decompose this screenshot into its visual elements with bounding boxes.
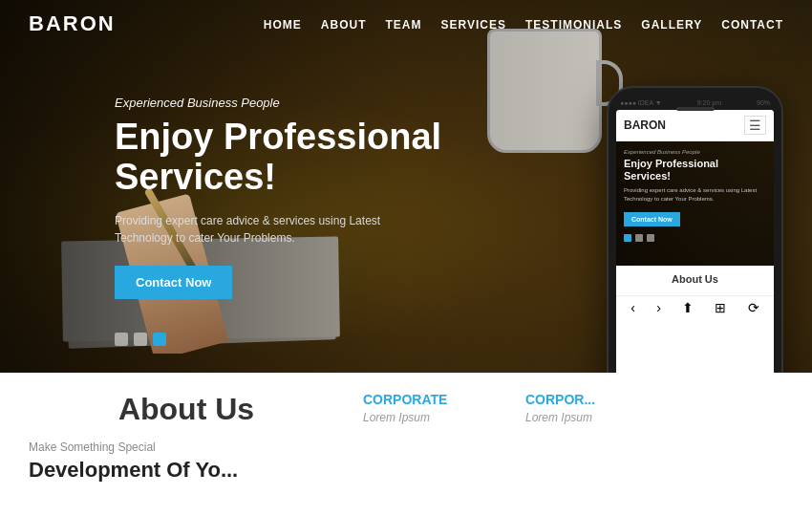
phone-dot-2[interactable] xyxy=(635,234,643,242)
nav-gallery[interactable]: GALLERY xyxy=(641,18,702,32)
corporate-2-title: CORPOR... xyxy=(525,392,669,407)
nav-contact[interactable]: CONTACT xyxy=(721,18,783,32)
slider-dot-1[interactable] xyxy=(115,333,128,346)
bottom-section: About Us Make Something Special Developm… xyxy=(0,373,812,516)
phone-dot-3[interactable] xyxy=(647,234,654,242)
nav-links: HOME ABOUT TEAM SERVICES TESTIMONIALS GA… xyxy=(264,15,783,32)
about-subtitle: Make Something Special xyxy=(29,441,344,454)
phone-hero: Experienced Business People Enjoy Profes… xyxy=(616,141,774,266)
phone-speaker xyxy=(676,107,715,111)
phone-carrier: ●●●● IDEA ▼ xyxy=(620,99,662,106)
about-us-heading: About Us xyxy=(29,392,344,427)
hero-subtitle: Experienced Business People xyxy=(115,96,468,110)
phone-screen: BARON ☰ Experienced Business People Enjo… xyxy=(616,110,774,373)
phone-hero-subtitle: Experienced Business People xyxy=(624,149,766,155)
phone-dot-1[interactable] xyxy=(624,234,631,242)
corporate-1-title: CORPORATE xyxy=(363,392,506,407)
slider-dot-2[interactable] xyxy=(134,333,147,346)
phone-cta-button[interactable]: Contact Now xyxy=(624,212,680,226)
nav-home[interactable]: HOME xyxy=(264,18,302,32)
hero-cta-button[interactable]: Contact Now xyxy=(115,266,232,299)
phone-slider-dots xyxy=(624,234,766,242)
slider-dot-3[interactable] xyxy=(153,333,166,346)
corporate-col-2: CORPOR... Lorem Ipsum xyxy=(506,392,669,424)
corporate-2-subtitle: Lorem Ipsum xyxy=(525,411,669,424)
nav-services[interactable]: SERVICES xyxy=(441,18,506,32)
hero-description: Providing expert care advice & services … xyxy=(115,212,382,247)
phone-tabs-icon[interactable]: ⊞ xyxy=(715,300,726,315)
hero-content: Experienced Business People Enjoy Profes… xyxy=(115,96,468,299)
phone-navbar: BARON ☰ xyxy=(616,110,774,141)
corporate-col-1: CORPORATE Lorem Ipsum xyxy=(344,392,506,424)
phone-share-icon[interactable]: ⬆ xyxy=(682,300,694,315)
navbar: BARON HOME ABOUT TEAM SERVICES TESTIMONI… xyxy=(0,0,812,48)
corporate-1-subtitle: Lorem Ipsum xyxy=(363,411,506,424)
about-dev-heading: Development Of Yo... xyxy=(29,458,344,483)
phone-hero-description: Providing expert care advice & services … xyxy=(624,186,766,203)
about-left-col: About Us Make Something Special Developm… xyxy=(29,392,344,483)
slider-dots xyxy=(115,333,166,346)
nav-team[interactable]: TEAM xyxy=(386,18,422,32)
hero-title: Enjoy Professional Services! xyxy=(115,118,468,198)
phone-about-section: About Us xyxy=(616,266,774,295)
phone-browser-bar: ‹ › ⬆ ⊞ ⟳ xyxy=(616,295,774,319)
hero-section: BARON HOME ABOUT TEAM SERVICES TESTIMONI… xyxy=(0,0,812,373)
phone-hamburger-icon[interactable]: ☰ xyxy=(744,116,766,135)
phone-outer: ●●●● IDEA ▼ 9:20 pm 90% BARON ☰ Experien… xyxy=(607,86,783,373)
phone-bookmark-icon[interactable]: ⟳ xyxy=(748,300,759,315)
phone-back-icon[interactable]: ‹ xyxy=(630,300,635,315)
brand-logo[interactable]: BARON xyxy=(29,11,116,36)
nav-testimonials[interactable]: TESTIMONIALS xyxy=(525,18,622,32)
phone-forward-icon[interactable]: › xyxy=(656,300,661,315)
phone-status-bar: ●●●● IDEA ▼ 9:20 pm 90% xyxy=(616,99,774,106)
phone-logo: BARON xyxy=(624,118,666,132)
nav-about[interactable]: ABOUT xyxy=(321,18,367,32)
phone-mockup: ●●●● IDEA ▼ 9:20 pm 90% BARON ☰ Experien… xyxy=(607,86,783,373)
phone-time: 9:20 pm xyxy=(697,99,721,106)
phone-battery: 90% xyxy=(757,99,770,106)
phone-about-title: About Us xyxy=(624,273,766,285)
phone-hero-title: Enjoy Professional Services! xyxy=(624,158,766,183)
